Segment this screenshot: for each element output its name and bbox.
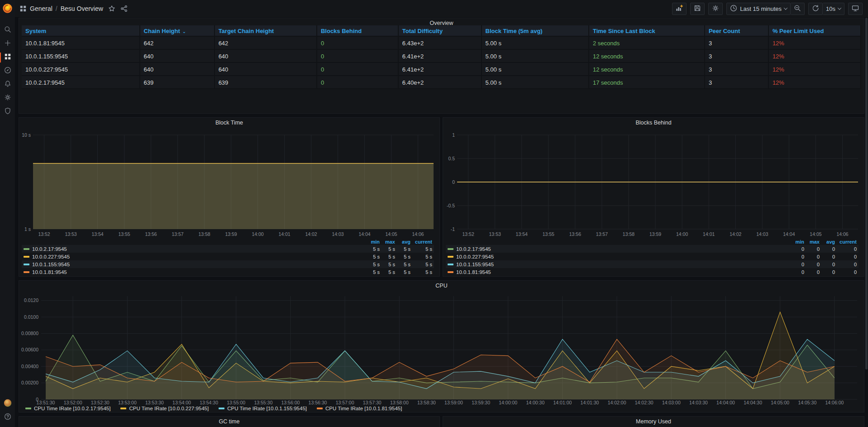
scrollbar-track[interactable] <box>865 18 868 427</box>
cycle-view-button[interactable] <box>848 3 863 15</box>
panel-title-memory-used[interactable]: Memory Used <box>443 417 864 427</box>
panel-title-blocks-behind[interactable]: Blocks Behind <box>443 118 864 128</box>
sidebar-item-profile[interactable] <box>0 397 15 411</box>
column-header-target-chain-height[interactable]: Target Chain Height <box>215 25 317 37</box>
svg-text:10 s: 10 s <box>22 132 31 138</box>
svg-text:0.0100: 0.0100 <box>24 314 38 320</box>
time-range-picker[interactable]: Last 15 minutes <box>726 3 791 15</box>
sidebar-item-alerting[interactable] <box>0 78 15 91</box>
svg-text:13:55:00: 13:55:00 <box>227 400 245 405</box>
legend-series-swatch <box>24 248 29 250</box>
legend-min-value: 5 s <box>364 246 380 252</box>
column-header-time-since-last-block[interactable]: Time Since Last Block <box>589 25 705 37</box>
legend-header-min[interactable]: min <box>789 239 804 245</box>
legend-series-name[interactable]: 10.0.2.17:9545 <box>24 246 364 252</box>
legend-header-max[interactable]: max <box>380 239 395 245</box>
legend-header-max[interactable]: max <box>804 239 820 245</box>
legend-series-name[interactable]: 10.0.0.227:9545 <box>24 254 364 259</box>
legend-series-name[interactable]: CPU Time IRate [10.0.1.81:9545] <box>317 406 402 411</box>
column-header-blocks-behind[interactable]: Blocks Behind <box>317 25 399 37</box>
breadcrumb-separator: / <box>56 5 57 12</box>
legend-series-name[interactable]: 10.0.2.17:9545 <box>448 246 789 252</box>
legend-series-name[interactable]: CPU Time IRate [10.0.1.155:9545] <box>219 406 307 411</box>
add-panel-button[interactable] <box>672 3 687 15</box>
refresh-button[interactable] <box>808 3 823 15</box>
legend-series-name[interactable]: CPU Time IRate [10.0.2.17:9545] <box>25 406 110 411</box>
sidebar-menu <box>0 24 15 119</box>
svg-text:13:59:30: 13:59:30 <box>472 400 490 405</box>
sidebar-item-server-admin[interactable] <box>0 105 15 119</box>
monitor-icon <box>852 5 859 13</box>
svg-text:14:04:00: 14:04:00 <box>716 400 735 405</box>
breadcrumb-dashboard-title[interactable]: Besu Overview <box>61 5 103 12</box>
refresh-interval-picker[interactable]: 10s <box>823 3 844 15</box>
svg-text:13:58:30: 13:58:30 <box>417 400 436 405</box>
panel-title-gc-time[interactable]: GC time <box>19 417 439 427</box>
sidebar-item-create[interactable] <box>0 37 15 51</box>
block_time-plot[interactable]: 10 s1 s13:5213:5313:5413:5513:5613:5713:… <box>19 128 439 239</box>
svg-text:14:01: 14:01 <box>703 231 715 237</box>
grafana-logo[interactable] <box>2 3 13 14</box>
sidebar-item-configuration[interactable] <box>0 91 15 105</box>
legend-series-name[interactable]: 10.0.1.81:9545 <box>24 269 364 275</box>
table-cell: 0 <box>317 63 399 76</box>
legend-series-name[interactable]: 10.0.1.155:9545 <box>24 262 364 267</box>
breadcrumb-folder[interactable]: General <box>30 5 52 12</box>
svg-text:13:56: 13:56 <box>145 231 157 237</box>
legend-header-current[interactable]: current <box>410 239 432 245</box>
svg-text:13:55: 13:55 <box>118 231 130 237</box>
breadcrumb: General / Besu Overview <box>19 5 128 12</box>
svg-text:13:57: 13:57 <box>172 231 183 237</box>
legend-series-name[interactable]: CPU Time IRate [10.0.0.227:9545] <box>120 406 209 411</box>
legend-header-avg[interactable]: avg <box>395 239 410 245</box>
svg-text:14:06: 14:06 <box>412 231 424 237</box>
column-header-block-time-5m-avg-[interactable]: Block Time (5m avg) <box>482 25 589 37</box>
legend-series-name[interactable]: 10.0.1.81:9545 <box>448 269 789 275</box>
block-time-chart[interactable]: 10 s1 s13:5213:5313:5413:5513:5613:5713:… <box>19 128 439 239</box>
table-row: 10.0.1.81:954564264206.43e+25.00 s2 seco… <box>22 37 861 50</box>
table-cell: 6.40e+2 <box>399 76 482 89</box>
save-dashboard-button[interactable] <box>690 3 705 15</box>
dashboard-canvas: Overview SystemChain Height⌄Target Chain… <box>15 18 868 427</box>
blocks-behind-chart[interactable]: 10.50-0.5-113:5213:5313:5413:5513:5613:5… <box>444 128 863 239</box>
legend-header-avg[interactable]: avg <box>820 239 835 245</box>
panel-title-block-time[interactable]: Block Time <box>19 118 439 128</box>
dashboard-settings-button[interactable] <box>708 3 723 15</box>
svg-text:13:53: 13:53 <box>489 231 501 237</box>
sidebar-item-explore[interactable] <box>0 64 15 78</box>
table-cell: 0 <box>317 76 399 89</box>
shield-icon <box>4 107 11 116</box>
column-header-peer-count[interactable]: Peer Count <box>705 25 769 37</box>
svg-text:14:03: 14:03 <box>756 231 768 237</box>
scrollbar-thumb[interactable] <box>865 18 868 369</box>
plus-icon <box>4 39 11 48</box>
star-icon[interactable] <box>108 5 115 12</box>
sidebar-item-dashboards[interactable] <box>0 51 15 64</box>
column-header--peer-limit-used[interactable]: % Peer Limit Used <box>769 25 861 37</box>
table-cell: 6.41e+2 <box>399 63 482 76</box>
legend-series-name[interactable]: 10.0.0.227:9545 <box>448 254 789 259</box>
legend-header-min[interactable]: min <box>364 239 380 245</box>
legend-series-swatch <box>120 408 126 409</box>
svg-text:14:00: 14:00 <box>252 231 263 237</box>
legend-series-swatch <box>448 248 453 250</box>
sidebar-item-search[interactable] <box>0 24 15 37</box>
column-header-total-difficulty[interactable]: Total Difficulty <box>399 25 482 37</box>
column-header-system[interactable]: System <box>22 25 140 37</box>
table-cell: 642 <box>215 37 317 50</box>
svg-text:13:52:30: 13:52:30 <box>91 400 110 405</box>
blocks_behind-plot[interactable]: 10.50-0.5-113:5213:5313:5413:5513:5613:5… <box>444 128 863 239</box>
sidebar-item-help[interactable] <box>0 411 15 424</box>
panel-title-cpu[interactable]: CPU <box>19 281 864 291</box>
cpu-plot[interactable]: 00.002000.004000.006000.008000.01000.012… <box>19 291 863 406</box>
column-header-chain-height[interactable]: Chain Height⌄ <box>140 25 215 37</box>
cpu-chart[interactable]: 00.002000.004000.006000.008000.01000.012… <box>19 291 863 406</box>
svg-text:14:05: 14:05 <box>810 231 821 237</box>
legend-max-value: 0 <box>804 246 820 252</box>
share-icon[interactable] <box>120 5 128 12</box>
svg-text:13:55: 13:55 <box>543 231 554 237</box>
zoom-out-button[interactable] <box>791 3 805 15</box>
legend-series-name[interactable]: 10.0.1.155:9545 <box>448 262 789 267</box>
legend-avg-value: 5 s <box>395 262 410 267</box>
legend-header-current[interactable]: current <box>835 239 857 245</box>
